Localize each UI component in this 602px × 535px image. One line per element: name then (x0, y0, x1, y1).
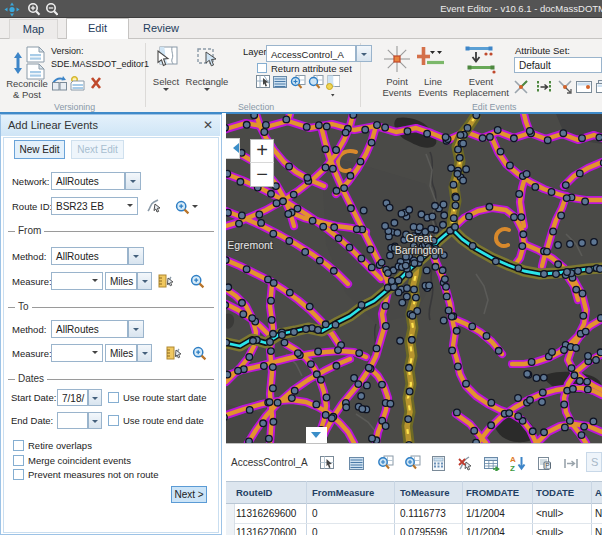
svg-text:Z: Z (510, 464, 515, 472)
svg-text:A: A (510, 455, 516, 464)
svg-text:Great: Great (406, 232, 432, 244)
svg-text:Egremont: Egremont (227, 239, 273, 251)
svg-text:Barrington: Barrington (395, 244, 444, 256)
svg-text:P: P (545, 462, 549, 469)
